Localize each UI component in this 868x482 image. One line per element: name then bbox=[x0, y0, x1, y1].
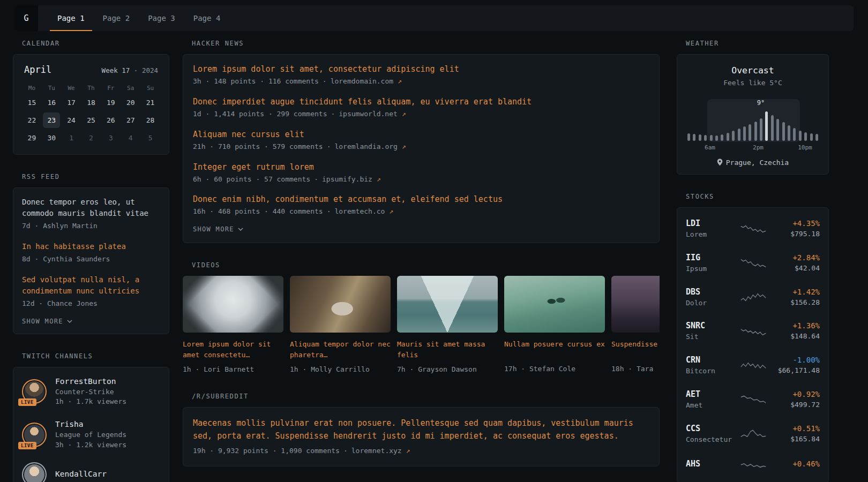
weather-widget-title: WEATHER bbox=[686, 40, 829, 47]
hn-domain-link[interactable]: loremdomain.com ↗ bbox=[331, 77, 402, 87]
reddit-post-link[interactable]: Maecenas mollis pulvinar erat non posuer… bbox=[193, 417, 649, 442]
stock-values: -1.00% $66,171.48 bbox=[772, 356, 820, 376]
stock-ticker: AHS bbox=[686, 459, 735, 469]
hn-item: Donec enim nibh, condimentum et accumsan… bbox=[193, 194, 649, 217]
stock-change: +4.35% bbox=[772, 219, 820, 228]
stock-sparkline bbox=[740, 325, 766, 338]
page-tab[interactable]: Page 4 bbox=[186, 5, 228, 31]
stock-row[interactable]: AHS +0.46% bbox=[686, 451, 820, 478]
external-link-icon: ↗ bbox=[377, 175, 381, 183]
stock-name: Dolor bbox=[686, 298, 735, 308]
hn-domain-link[interactable]: loremlandia.org ↗ bbox=[334, 142, 406, 152]
hn-widget-title: HACKER NEWS bbox=[192, 40, 660, 47]
video-title: Mauris sit amet massa felis bbox=[397, 339, 498, 360]
rss-item-meta: 8d · Cynthia Saunders bbox=[22, 254, 160, 265]
hn-item-link[interactable]: Aliquam nec cursus elit bbox=[193, 130, 649, 139]
stock-change: +1.42% bbox=[772, 288, 820, 296]
video-card[interactable]: Mauris sit amet massa felis 7h · Grayson… bbox=[397, 276, 498, 374]
hn-domain-link[interactable]: ipsumify.biz ↗ bbox=[322, 175, 381, 185]
rss-show-more-button[interactable]: SHOW MORE bbox=[22, 318, 72, 325]
stock-row[interactable]: LDI Lorem +4.35% $795.18 bbox=[686, 212, 820, 246]
stock-price: $165.84 bbox=[772, 434, 820, 445]
weather-bar bbox=[804, 132, 807, 141]
twitch-channel[interactable]: LIVE ForrestBurton Counter-Strike 1h · 1… bbox=[22, 376, 160, 408]
stock-ticker: LDI bbox=[686, 219, 735, 228]
weather-bar bbox=[732, 131, 735, 141]
video-title: Aliquam tempor dolor nec pharetra… bbox=[290, 339, 391, 360]
stock-change: +0.46% bbox=[772, 460, 820, 468]
weather-location: Prague, Czechia bbox=[686, 159, 820, 167]
hn-domain-link[interactable]: ipsumworld.net ↗ bbox=[339, 109, 406, 119]
stock-name: Sit bbox=[686, 332, 735, 342]
calendar-day: 25 bbox=[83, 112, 100, 128]
hn-panel: Lorem ipsum dolor sit amet, consectetur … bbox=[183, 54, 660, 243]
hn-item: Lorem ipsum dolor sit amet, consectetur … bbox=[193, 64, 649, 87]
avatar-wrap: LIVE bbox=[22, 423, 47, 447]
weather-bar bbox=[727, 133, 729, 141]
stock-price: $66,171.48 bbox=[772, 366, 820, 376]
right-column: WEATHER Overcast Feels like 5°C 9° 6am 2… bbox=[677, 40, 829, 482]
hn-item-link[interactable]: Donec imperdiet augue tincidunt felis al… bbox=[193, 97, 649, 107]
calendar-dow-label: We bbox=[68, 81, 75, 95]
page-tab[interactable]: Page 2 bbox=[95, 5, 138, 31]
weather-bar bbox=[776, 119, 779, 141]
channel-name: Trisha bbox=[55, 419, 126, 430]
hn-item-link[interactable]: Integer eget rutrum lorem bbox=[193, 162, 649, 172]
stock-price: $42.04 bbox=[772, 263, 820, 274]
weather-bar bbox=[793, 128, 796, 141]
calendar-widget-title: CALENDAR bbox=[22, 40, 169, 47]
subreddit-panel: Maecenas mollis pulvinar erat non posuer… bbox=[183, 407, 660, 466]
channel-meta: 1h · 1.7k viewers bbox=[55, 397, 126, 407]
rss-item-link[interactable]: Donec tempor eros leo, ut commodo mauris… bbox=[22, 197, 160, 219]
rss-item-link[interactable]: In hac habitasse platea bbox=[22, 241, 160, 252]
hn-item-link[interactable]: Lorem ipsum dolor sit amet, consectetur … bbox=[193, 64, 649, 74]
page-tab[interactable]: Page 3 bbox=[140, 5, 183, 31]
stock-ticker: IIG bbox=[686, 253, 735, 262]
hn-item-link[interactable]: Donec enim nibh, condimentum et accumsan… bbox=[193, 194, 649, 204]
stock-change: +1.36% bbox=[772, 321, 820, 330]
subreddit-widget: /R/SUBREDDIT Maecenas mollis pulvinar er… bbox=[183, 393, 660, 466]
rss-item-link[interactable]: Sed volutpat nulla nisl, a condimentum n… bbox=[22, 274, 160, 297]
hn-show-more-button[interactable]: SHOW MORE bbox=[193, 225, 243, 233]
stocks-panel: LDI Lorem +4.35% $795.18 bbox=[677, 207, 829, 482]
twitch-widget-title: TWITCH CHANNELS bbox=[22, 352, 169, 360]
hn-domain-link[interactable]: loremtech.co ↗ bbox=[334, 207, 393, 217]
stock-row[interactable]: DBS Dolor +1.42% $156.28 bbox=[686, 281, 820, 315]
page-tab[interactable]: Page 1 bbox=[50, 5, 92, 31]
stock-change: +0.51% bbox=[772, 424, 820, 433]
channel-info: Trisha League of Legends 3h · 1.2k viewe… bbox=[55, 419, 126, 450]
rss-item: Donec tempor eros leo, ut commodo mauris… bbox=[22, 197, 160, 231]
stock-row[interactable]: AET Amet +0.92% $499.72 bbox=[686, 383, 820, 417]
video-meta: 1h · Lori Barnett bbox=[183, 365, 283, 375]
video-card[interactable]: Aliquam tempor dolor nec pharetra… 1h · … bbox=[290, 276, 391, 374]
subreddit-widget-title: /R/SUBREDDIT bbox=[192, 393, 660, 400]
stock-row[interactable]: CRN Bitcorn -1.00% $66,171.48 bbox=[686, 349, 820, 383]
rss-item-meta: 12d · Chance Jones bbox=[22, 299, 160, 309]
reddit-domain-link[interactable]: loremnet.xyz ↗ bbox=[351, 446, 410, 456]
calendar-dow-label: Tu bbox=[48, 81, 55, 95]
stock-id: LDI Lorem bbox=[686, 219, 735, 240]
rss-item-meta: 7d · Ashlyn Martin bbox=[22, 221, 160, 231]
calendar-panel: April Week 17 · 2024 MoTuWeThFrSaSu 1516… bbox=[13, 54, 169, 155]
twitch-channel[interactable]: KendallCarr bbox=[22, 462, 160, 482]
video-card[interactable]: Suspendisse diam 18h · Tara bbox=[611, 276, 660, 374]
calendar-day: 28 bbox=[142, 112, 159, 128]
stocks-widget-title: STOCKS bbox=[686, 193, 829, 200]
calendar-day: 17 bbox=[63, 95, 80, 110]
rss-widget: RSS FEED Donec tempor eros leo, ut commo… bbox=[13, 173, 169, 334]
stock-row[interactable]: SNRC Sit +1.36% $148.64 bbox=[686, 314, 820, 349]
video-card[interactable]: Nullam posuere cursus ex 17h · Stefan Co… bbox=[504, 276, 605, 374]
twitch-channel[interactable]: LIVE Trisha League of Legends 3h · 1.2k … bbox=[22, 419, 160, 450]
stock-id: CRN Bitcorn bbox=[686, 355, 735, 376]
video-card[interactable]: Lorem ipsum dolor sit amet consectetu… 1… bbox=[183, 276, 283, 374]
dashboard-columns: CALENDAR April Week 17 · 2024 MoTuWeThFr… bbox=[0, 40, 868, 482]
hacker-news-widget: HACKER NEWS Lorem ipsum dolor sit amet, … bbox=[183, 40, 660, 243]
page-tab-label: Page 3 bbox=[148, 14, 175, 22]
video-meta: 7h · Grayson Dawson bbox=[397, 365, 498, 375]
weather-bar bbox=[788, 125, 790, 141]
weather-bar bbox=[754, 122, 757, 141]
stock-row[interactable]: CCS Consectetur +0.51% $165.84 bbox=[686, 417, 820, 451]
weather-feels-like: Feels like 5°C bbox=[686, 78, 820, 88]
stock-row[interactable]: IIG Ipsum +2.84% $42.04 bbox=[686, 246, 820, 281]
weather-bar bbox=[749, 124, 751, 141]
